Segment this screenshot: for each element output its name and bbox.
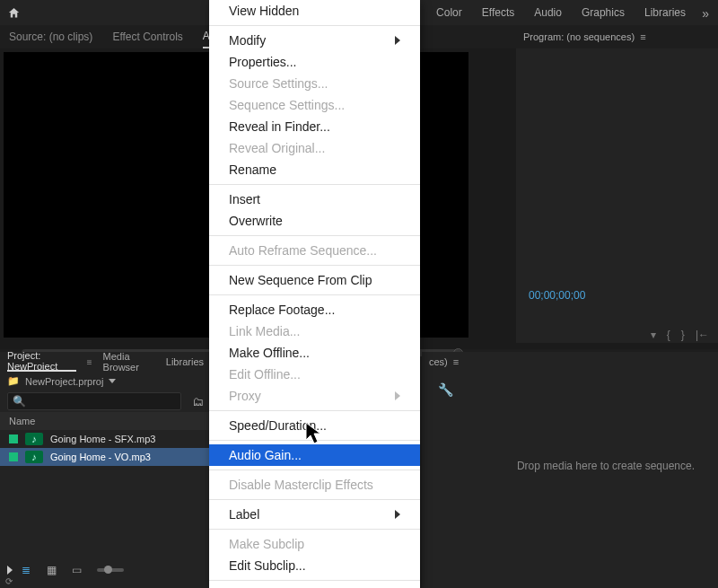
program-panel-title: Program: (no sequences)	[523, 31, 635, 42]
chevron-right-icon	[395, 391, 400, 400]
project-item[interactable]: ♪ Going Home - SFX.mp3	[0, 430, 211, 448]
menu-item-modify[interactable]: Modify	[209, 30, 420, 51]
tab-media-browser[interactable]: Media Browser	[103, 351, 155, 373]
wrench-icon[interactable]: 🔧	[438, 382, 453, 397]
menu-item-audio-gain[interactable]: Audio Gain...	[209, 444, 420, 466]
workspace-tab-audio[interactable]: Audio	[534, 6, 562, 19]
program-timecode[interactable]: 00;00;00;00	[529, 289, 585, 302]
project-name-row[interactable]: 📁 NewProject.prproj	[0, 372, 211, 391]
menu-item-overwrite[interactable]: Overwrite	[209, 210, 420, 232]
chevron-right-icon	[395, 36, 400, 45]
menu-item-disable-masterclip-effects: Disable Masterclip Effects	[209, 474, 420, 496]
freeform-view-icon[interactable]: ▭	[72, 564, 88, 576]
project-bottom-toolbar: ≣ ▦ ▭	[0, 561, 211, 579]
program-panel-header: Program: (no sequences) ≡	[516, 25, 718, 48]
program-monitor-body: 00;00;00;00 ▾ { } |←	[516, 48, 718, 343]
tab-project[interactable]: Project: NewProject	[7, 352, 76, 372]
timeline-drop-hint: Drop media here to create sequence.	[503, 460, 709, 472]
project-panel-tabs: Project: NewProject ≡ Media Browser Libr…	[0, 352, 211, 372]
timeline-tab-label[interactable]: ces)	[429, 356, 448, 367]
project-filename: NewProject.prproj	[25, 376, 103, 387]
project-column-name[interactable]: Name	[0, 412, 211, 430]
step-back-icon[interactable]: |←	[696, 329, 709, 343]
workspace-tab-effects[interactable]: Effects	[482, 6, 514, 19]
zoom-slider[interactable]	[97, 568, 124, 572]
bin-icon[interactable]: 🗂	[192, 395, 204, 408]
chevron-right-icon	[395, 510, 400, 519]
list-view-icon[interactable]: ≣	[22, 564, 38, 576]
bracket-close-icon[interactable]: }	[681, 329, 685, 343]
menu-item-make-offline[interactable]: Make Offline...	[209, 342, 420, 364]
play-icon[interactable]	[7, 566, 13, 575]
tab-libraries[interactable]: Libraries	[166, 356, 204, 367]
project-item-label: Going Home - SFX.mp3	[50, 434, 155, 444]
project-search-row: 🔍 🗂	[0, 391, 211, 412]
context-menu: View HiddenModifyProperties...Source Set…	[209, 0, 420, 588]
program-controls: ▾ { } |←	[525, 329, 709, 343]
hamburger-icon[interactable]: ≡	[87, 357, 92, 367]
mark-in-icon[interactable]: ▾	[651, 329, 656, 343]
project-panel: Project: NewProject ≡ Media Browser Libr…	[0, 352, 211, 588]
workspace-tabs: Color Effects Audio Graphics Libraries	[436, 0, 686, 25]
menu-item-view-hidden[interactable]: View Hidden	[209, 0, 420, 22]
sync-icon: ⟳	[5, 576, 13, 586]
label-swatch	[9, 452, 18, 461]
menu-item-new-sequence-from-clip[interactable]: New Sequence From Clip	[209, 269, 420, 291]
menu-item-open-in-source-monitor[interactable]: Open in Source Monitor	[209, 584, 420, 588]
menu-item-rename[interactable]: Rename	[209, 159, 420, 180]
project-search-input[interactable]	[7, 392, 181, 410]
menu-item-insert[interactable]: Insert	[209, 189, 420, 210]
menu-item-properties[interactable]: Properties...	[209, 51, 420, 73]
menu-item-auto-reframe-sequence: Auto Reframe Sequence...	[209, 240, 420, 261]
timeline-tools-column: 🔧	[438, 382, 453, 397]
tab-source[interactable]: Source: (no clips)	[9, 31, 92, 43]
project-item-selected[interactable]: ♪ Going Home - VO.mp3	[0, 448, 211, 466]
menu-item-edit-subclip[interactable]: Edit Subclip...	[209, 555, 420, 576]
menu-item-source-settings: Source Settings...	[209, 73, 420, 94]
program-panel: Program: (no sequences) ≡ 00;00;00;00 ▾ …	[516, 25, 718, 48]
hamburger-icon[interactable]: ≡	[640, 31, 645, 42]
bracket-open-icon[interactable]: {	[667, 329, 670, 343]
menu-item-replace-footage[interactable]: Replace Footage...	[209, 299, 420, 320]
menu-item-label[interactable]: Label	[209, 504, 420, 525]
label-swatch	[9, 434, 18, 443]
audio-clip-icon: ♪	[25, 451, 43, 463]
menu-item-make-subclip: Make Subclip	[209, 533, 420, 555]
home-icon[interactable]	[7, 6, 21, 20]
menu-item-speed-duration[interactable]: Speed/Duration...	[209, 415, 420, 436]
menu-item-edit-offline: Edit Offline...	[209, 364, 420, 385]
menu-item-reveal-in-finder[interactable]: Reveal in Finder...	[209, 116, 420, 137]
tab-effect-controls[interactable]: Effect Controls	[112, 31, 182, 43]
timeline-panel: ces) ≡ 🔧 Drop media here to create seque…	[422, 352, 718, 588]
project-item-label: Going Home - VO.mp3	[50, 452, 151, 462]
workspace-tab-libraries[interactable]: Libraries	[644, 6, 686, 19]
folder-icon: 📁	[7, 375, 20, 387]
workspace-tab-color[interactable]: Color	[436, 6, 462, 19]
hamburger-icon[interactable]: ≡	[453, 356, 459, 367]
menu-item-link-media: Link Media...	[209, 320, 420, 342]
icon-view-icon[interactable]: ▦	[47, 564, 63, 576]
menu-item-sequence-settings: Sequence Settings...	[209, 94, 420, 116]
menu-item-proxy: Proxy	[209, 385, 420, 407]
search-icon: 🔍	[13, 395, 26, 408]
overflow-icon[interactable]: »	[702, 6, 709, 21]
audio-clip-icon: ♪	[25, 433, 43, 445]
workspace-tab-graphics[interactable]: Graphics	[582, 6, 625, 19]
timeline-tabs: ces) ≡	[422, 352, 718, 372]
chevron-down-icon	[109, 379, 116, 383]
menu-item-reveal-original: Reveal Original...	[209, 137, 420, 159]
